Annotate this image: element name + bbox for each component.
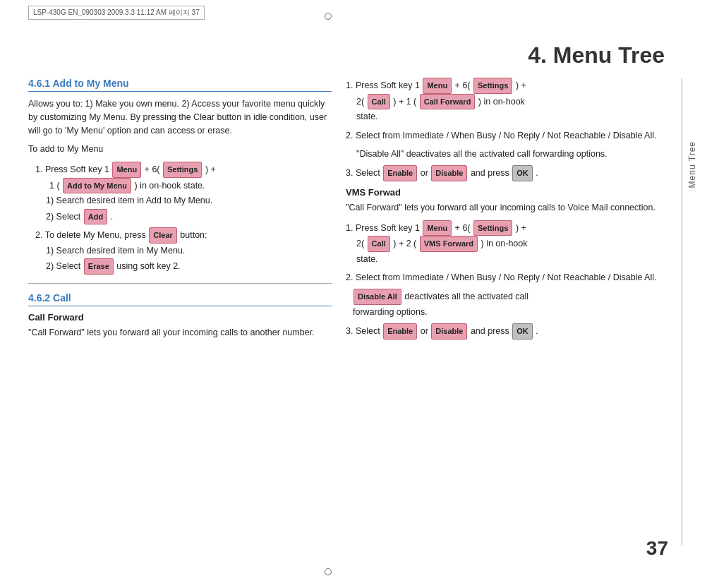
vms-disable-note: Disable All deactivates all the activate… — [346, 289, 670, 320]
disable-all-quote: "Disable All" deactivates all the activa… — [356, 149, 608, 159]
section-divider — [28, 283, 332, 284]
cf-step-1: 1. Press Soft key 1 Menu + 6( Settings )… — [346, 78, 670, 125]
add-badge: Add — [84, 209, 107, 225]
header-text: LSP-430G EN_090303 2009.3.3 11:12 AM 페이지… — [33, 8, 200, 16]
erase-badge: Erase — [84, 258, 114, 275]
disable-badge-1: Disable — [431, 165, 467, 181]
right-column: 1. Press Soft key 1 Menu + 6( Settings )… — [346, 78, 670, 343]
vms-menu-badge: Menu — [423, 220, 452, 236]
delete-step: 2. To delete My Menu, press Clear button… — [28, 227, 332, 244]
call-forward-title: Call Forward — [28, 312, 332, 323]
vms-step1-text: Press Soft key 1 — [356, 223, 422, 233]
enable-badge-2: Enable — [383, 323, 417, 340]
add-step-1: 1. Press Soft key 1 Menu + 6( Settings )… — [28, 162, 332, 193]
cf-call-forward-badge: Call Forward — [420, 94, 476, 110]
add-sub-2: 2) Select Add . — [46, 209, 332, 225]
vms-settings-badge: Settings — [473, 220, 512, 236]
step1-text: 1. Press Soft key 1 — [35, 164, 111, 174]
vms-title: VMS Forwad — [346, 187, 670, 198]
vms-forward-badge: VMS Forward — [420, 236, 478, 252]
page-number: 37 — [646, 537, 668, 560]
disable-all-note: "Disable All" deactivates all the activa… — [346, 147, 670, 162]
disable-badge-2: Disable — [431, 323, 467, 340]
section-461-title: 4.6.1 Add to My Menu — [28, 78, 332, 92]
vms-call-badge: Call — [368, 236, 390, 252]
ok-badge-1: OK — [512, 165, 533, 181]
header-bar: LSP-430G EN_090303 2009.3.3 11:12 AM 페이지… — [28, 6, 205, 20]
vms-step-1: 1. Press Soft key 1 Menu + 6( Settings )… — [346, 220, 670, 268]
delete-sub-steps: 1) Search desired item in My Menu. 2) Se… — [28, 244, 332, 275]
cf-step1-text: Press Soft key 1 — [356, 80, 422, 90]
vms-step-2: 2. Select from Immediate / When Busy / N… — [346, 270, 670, 285]
cf-call-badge: Call — [368, 94, 390, 110]
section-461-intro: Allows you to: 1) Make you own menu. 2) … — [28, 97, 332, 137]
cf-step-3: 3. Select Enable or Disable and press OK… — [346, 165, 670, 181]
call-forward-desc: "Call Forward" lets you forward all your… — [28, 326, 332, 340]
cf-step-2: 2. Select from Immediate / When Busy / N… — [346, 128, 670, 143]
corner-mark-top — [325, 13, 332, 20]
left-column: 4.6.1 Add to My Menu Allows you to: 1) M… — [28, 78, 332, 345]
cf-menu-badge: Menu — [423, 78, 452, 94]
sidebar-divider — [682, 78, 682, 546]
cf-settings-badge: Settings — [473, 78, 512, 94]
cf-step2-text: Select from Immediate / When Busy / No R… — [356, 131, 657, 140]
section-462-title: 4.6.2 Call — [28, 292, 332, 306]
ok-badge-2: OK — [512, 323, 533, 340]
enable-badge-1: Enable — [383, 165, 417, 181]
delete-sub-1: 1) Search desired item in My Menu. — [46, 244, 332, 258]
disable-all-badge: Disable All — [354, 289, 401, 305]
add-to-my-menu-badge: Add to My Menu — [63, 178, 131, 194]
vms-desc: "Call Forward" lets you forward all your… — [346, 201, 670, 215]
add-sub-1: 1) Search desired item in Add to My Menu… — [46, 193, 332, 208]
add-sub-steps: 1) Search desired item in Add to My Menu… — [28, 193, 332, 224]
clear-badge: Clear — [149, 227, 177, 244]
corner-mark-bottom — [325, 568, 332, 575]
to-add-label: To add to My Menu — [28, 143, 332, 156]
settings-badge-left: Settings — [163, 162, 202, 178]
sidebar-label: Menu Tree — [687, 141, 701, 188]
vms-step-3: 3. Select Enable or Disable and press OK… — [346, 323, 670, 340]
vms-step2-text: Select from Immediate / When Busy / No R… — [356, 272, 657, 282]
delete-sub-2: 2) Select Erase using soft key 2. — [46, 258, 332, 275]
page-title: 4. Menu Tree — [528, 42, 665, 68]
menu-badge: Menu — [112, 162, 141, 178]
